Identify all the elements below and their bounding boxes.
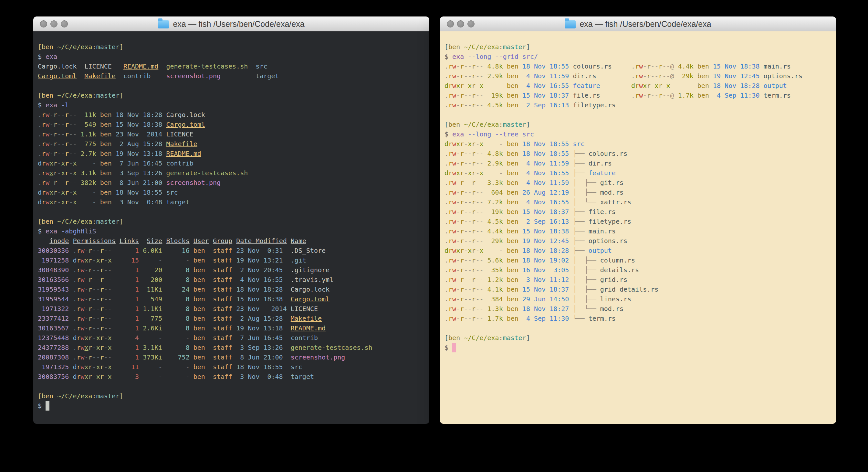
window-controls bbox=[40, 17, 68, 31]
terminal-line: drwxr-xr-x - ben 18 Nov 18:55 src bbox=[38, 187, 429, 197]
terminal-line: .rw-r--r-- 3.3k ben 4 Nov 11:59 │ ├── gi… bbox=[444, 178, 836, 187]
terminal-line: .rw-r--r-- 1.7k ben 4 Sep 11:30 └── term… bbox=[444, 314, 836, 323]
terminal-line: .rw-r--r-- 775 ben 2 Aug 15:28 Makefile bbox=[38, 139, 429, 149]
minimize-button[interactable] bbox=[457, 20, 464, 28]
terminal-screen-dark[interactable]: [ben ~/C/e/exa:master]$ exaCargo.lock LI… bbox=[33, 31, 429, 424]
terminal-line: Cargo.lock LICENCE README.md generate-te… bbox=[38, 61, 429, 71]
terminal-line: .rw-r--r-- 4.4k ben 15 Nov 18:38 ├── mai… bbox=[444, 226, 836, 236]
terminal-cursor bbox=[452, 343, 456, 352]
terminal-line: 20087308 .rw-r--r-- 1 373Ki 752 ben staf… bbox=[38, 352, 429, 362]
terminal-line: $ exa --long --tree src bbox=[444, 129, 836, 139]
terminal-line: [ben ~/C/e/exa:master] bbox=[38, 42, 429, 52]
terminal-line: $ bbox=[444, 343, 836, 352]
window-title-text: exa — fish /Users/ben/Code/exa/exa bbox=[173, 20, 304, 29]
terminal-line: .rw-r--r-- 549 ben 15 Nov 18:38 Cargo.to… bbox=[38, 120, 429, 129]
terminal-line: .rw-r--r-- 19k ben 15 Nov 18:37 file.rs … bbox=[444, 90, 836, 100]
terminal-line: .rw-r--r-- 11k ben 18 Nov 18:28 Cargo.lo… bbox=[38, 110, 429, 120]
terminal-line: [ben ~/C/e/exa:master] bbox=[38, 391, 429, 401]
titlebar-light[interactable]: exa — fish /Users/ben/Code/exa/exa bbox=[440, 17, 836, 32]
terminal-line: $ exa -l bbox=[38, 100, 429, 110]
terminal-cursor bbox=[45, 401, 50, 411]
terminal-screen-light[interactable]: [ben ~/C/e/exa:master]$ exa --long --gri… bbox=[440, 31, 836, 424]
terminal-line: .rw-r--r-- 384 ben 29 Jun 14:50 │ ├── li… bbox=[444, 294, 836, 304]
terminal-line: 30163567 .rw-r--r-- 1 2.6Ki 8 ben staff … bbox=[38, 323, 429, 333]
terminal-line: .rw-r--r-- 4.5k ben 2 Sep 16:13 ├── file… bbox=[444, 216, 836, 226]
terminal-line bbox=[38, 81, 429, 90]
terminal-line: .rw-r--r-- 7.2k ben 4 Nov 16:55 │ └── xa… bbox=[444, 197, 836, 207]
terminal-line: 31959543 .rw-r--r-- 1 11Ki 24 ben staff … bbox=[38, 285, 429, 294]
window-title-text: exa — fish /Users/ben/Code/exa/exa bbox=[580, 20, 711, 29]
terminal-line: 30048390 .rw-r--r-- 1 20 8 ben staff 2 N… bbox=[38, 265, 429, 275]
terminal-line: $ bbox=[38, 401, 429, 411]
terminal-line: 1971325 drwxr-xr-x 11 - - ben staff 18 N… bbox=[38, 362, 429, 372]
terminal-line: .rw-r--r-- 4.1k ben 15 Nov 18:37 │ ├── g… bbox=[444, 285, 836, 294]
close-button[interactable] bbox=[40, 20, 47, 28]
terminal-line: Cargo.toml Makefile contrib screenshot.p… bbox=[38, 71, 429, 81]
terminal-line: .rw-r--r-- 35k ben 16 Nov 3:05 │ ├── det… bbox=[444, 265, 836, 275]
titlebar-dark[interactable]: exa — fish /Users/ben/Code/exa/exa bbox=[33, 17, 429, 32]
terminal-line: .rw-r--r-- 2.9k ben 4 Nov 11:59 ├── dir.… bbox=[444, 158, 836, 168]
terminal-line: .rw-r--r-- 2.7k ben 19 Nov 13:18 README.… bbox=[38, 149, 429, 158]
terminal-line: .rw-r--r-- 1.2k ben 3 Nov 11:12 │ ├── gr… bbox=[444, 275, 836, 285]
terminal-line: .rw-r--r-- 1.1k ben 23 Nov 2014 LICENCE bbox=[38, 129, 429, 139]
terminal-line: .rw-r--r-- 29k ben 19 Nov 12:45 ├── opti… bbox=[444, 236, 836, 246]
zoom-button[interactable] bbox=[467, 20, 474, 28]
terminal-line bbox=[444, 323, 836, 333]
terminal-line: .rw-r--r-- 4.5k ben 2 Sep 16:13 filetype… bbox=[444, 100, 836, 110]
terminal-line: [ben ~/C/e/exa:master] bbox=[444, 333, 836, 343]
terminal-line: drwxr-xr-x - ben 7 Jun 16:45 contrib bbox=[38, 158, 429, 168]
desktop-background: exa — fish /Users/ben/Code/exa/exa [ben … bbox=[0, 0, 868, 472]
terminal-line: 12375448 drwxr-xr-x 4 - - ben staff 7 Ju… bbox=[38, 333, 429, 343]
window-title: exa — fish /Users/ben/Code/exa/exa bbox=[158, 20, 304, 29]
terminal-line: .rw-r--r-- 19k ben 15 Nov 18:37 ├── file… bbox=[444, 207, 836, 216]
terminal-line: $ exa -abghHliS bbox=[38, 226, 429, 236]
terminal-line: $ exa --long --grid src/ bbox=[444, 52, 836, 61]
terminal-line: .rw-r--r-- 2.9k ben 4 Nov 11:59 dir.rs .… bbox=[444, 71, 836, 81]
terminal-line: 30030336 .rw-r--r-- 1 6.0Ki 16 ben staff… bbox=[38, 246, 429, 256]
terminal-line: drwxr-xr-x - ben 3 Nov 0:48 target bbox=[38, 197, 429, 207]
terminal-line: 23377412 .rw-r--r-- 1 775 8 ben staff 2 … bbox=[38, 314, 429, 323]
terminal-line: 30163566 .rw-r--r-- 1 200 8 ben staff 4 … bbox=[38, 275, 429, 285]
window-title: exa — fish /Users/ben/Code/exa/exa bbox=[565, 20, 711, 29]
terminal-line: .rw-r--r-- 382k ben 8 Jun 21:00 screensh… bbox=[38, 178, 429, 187]
terminal-line: 24377288 .rwxr-xr-x 1 3.1Ki 8 ben staff … bbox=[38, 343, 429, 352]
terminal-line: .rwxr-xr-x 3.1k ben 3 Sep 13:26 generate… bbox=[38, 168, 429, 178]
terminal-line: 30083756 drwxr-xr-x 3 - - ben staff 3 No… bbox=[38, 372, 429, 382]
terminal-line: .rw-r--r-- 4.8k ben 18 Nov 18:55 colours… bbox=[444, 61, 836, 71]
terminal-window-light: exa — fish /Users/ben/Code/exa/exa [ben … bbox=[440, 17, 836, 424]
terminal-line: [ben ~/C/e/exa:master] bbox=[38, 90, 429, 100]
terminal-line: inode Permissions Links Size Blocks User… bbox=[38, 236, 429, 246]
terminal-line: 1971258 drwxr-xr-x 15 - - ben staff 19 N… bbox=[38, 256, 429, 265]
window-controls bbox=[447, 17, 474, 31]
terminal-line bbox=[38, 207, 429, 216]
terminal-line: 31959544 .rw-r--r-- 1 549 8 ben staff 15… bbox=[38, 294, 429, 304]
terminal-line: [ben ~/C/e/exa:master] bbox=[38, 216, 429, 226]
terminal-line: .rw-r--r-- 604 ben 26 Aug 12:19 │ ├── mo… bbox=[444, 187, 836, 197]
terminal-line bbox=[38, 382, 429, 391]
terminal-line: drwxr-xr-x - ben 18 Nov 18:55 src bbox=[444, 139, 836, 149]
minimize-button[interactable] bbox=[51, 20, 58, 28]
folder-icon bbox=[158, 20, 169, 28]
terminal-line: drwxr-xr-x - ben 18 Nov 18:28 ├── output bbox=[444, 246, 836, 256]
terminal-line: .rw-r--r-- 5.6k ben 18 Nov 19:02 │ ├── c… bbox=[444, 256, 836, 265]
terminal-window-dark: exa — fish /Users/ben/Code/exa/exa [ben … bbox=[33, 17, 429, 424]
terminal-line: .rw-r--r-- 1.3k ben 18 Nov 18:27 │ └── m… bbox=[444, 304, 836, 314]
terminal-line bbox=[444, 110, 836, 120]
zoom-button[interactable] bbox=[61, 20, 68, 28]
close-button[interactable] bbox=[447, 20, 454, 28]
terminal-line: drwxr-xr-x - ben 4 Nov 16:55 ├── feature bbox=[444, 168, 836, 178]
terminal-line: drwxr-xr-x - ben 4 Nov 16:55 feature drw… bbox=[444, 81, 836, 90]
terminal-line: .rw-r--r-- 4.8k ben 18 Nov 18:55 ├── col… bbox=[444, 149, 836, 158]
terminal-line: [ben ~/C/e/exa:master] bbox=[444, 120, 836, 129]
terminal-line: 1971322 .rw-r--r-- 1 1.1Ki 8 ben staff 2… bbox=[38, 304, 429, 314]
folder-icon bbox=[565, 20, 576, 28]
terminal-line: $ exa bbox=[38, 52, 429, 61]
terminal-line: [ben ~/C/e/exa:master] bbox=[444, 42, 836, 52]
